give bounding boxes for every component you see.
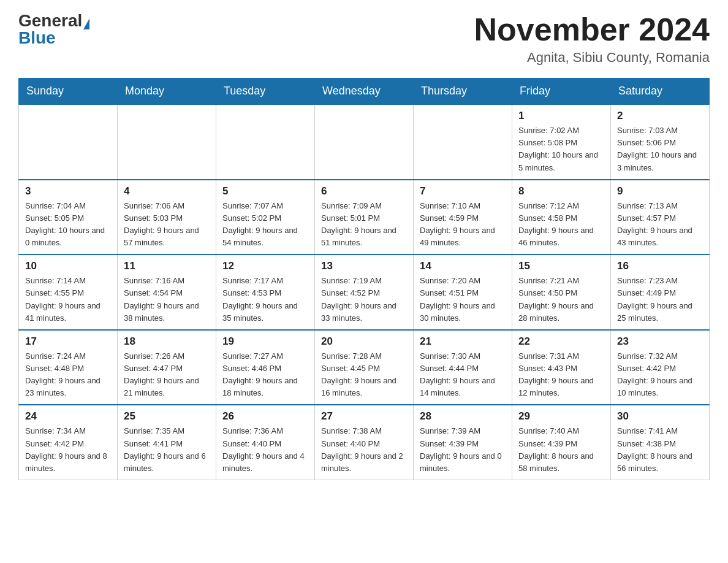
day-info: Sunrise: 7:23 AMSunset: 4:49 PMDaylight:… bbox=[617, 275, 703, 324]
week-row-1: 3Sunrise: 7:04 AMSunset: 5:05 PMDaylight… bbox=[19, 180, 710, 255]
calendar-table: SundayMondayTuesdayWednesdayThursdayFrid… bbox=[18, 78, 710, 480]
day-cell: 21Sunrise: 7:30 AMSunset: 4:44 PMDayligh… bbox=[414, 330, 512, 405]
day-number: 24 bbox=[25, 410, 111, 423]
day-number: 20 bbox=[321, 335, 407, 348]
day-cell: 17Sunrise: 7:24 AMSunset: 4:48 PMDayligh… bbox=[19, 330, 118, 405]
month-title: November 2024 bbox=[474, 12, 710, 47]
calendar-header-row: SundayMondayTuesdayWednesdayThursdayFrid… bbox=[19, 79, 710, 105]
week-row-0: 1Sunrise: 7:02 AMSunset: 5:08 PMDaylight… bbox=[19, 104, 710, 180]
day-number: 9 bbox=[617, 185, 703, 197]
day-cell: 23Sunrise: 7:32 AMSunset: 4:42 PMDayligh… bbox=[611, 330, 710, 405]
header-friday: Friday bbox=[512, 79, 611, 105]
logo-triangle-icon bbox=[83, 18, 89, 29]
header-thursday: Thursday bbox=[414, 79, 512, 105]
day-number: 5 bbox=[222, 185, 308, 197]
day-number: 18 bbox=[124, 335, 210, 348]
day-number: 7 bbox=[420, 185, 506, 197]
day-cell: 29Sunrise: 7:40 AMSunset: 4:39 PMDayligh… bbox=[512, 405, 611, 480]
day-cell: 24Sunrise: 7:34 AMSunset: 4:42 PMDayligh… bbox=[19, 405, 118, 480]
logo-top: General bbox=[18, 12, 89, 29]
day-number: 28 bbox=[420, 410, 506, 423]
day-info: Sunrise: 7:06 AMSunset: 5:03 PMDaylight:… bbox=[124, 200, 210, 250]
day-number: 3 bbox=[25, 185, 111, 197]
day-number: 16 bbox=[617, 260, 703, 272]
day-info: Sunrise: 7:13 AMSunset: 4:57 PMDaylight:… bbox=[617, 200, 703, 250]
day-cell bbox=[118, 104, 216, 180]
day-info: Sunrise: 7:14 AMSunset: 4:55 PMDaylight:… bbox=[25, 275, 111, 324]
day-cell: 27Sunrise: 7:38 AMSunset: 4:40 PMDayligh… bbox=[315, 405, 414, 480]
day-info: Sunrise: 7:24 AMSunset: 4:48 PMDaylight:… bbox=[25, 350, 111, 400]
day-cell bbox=[19, 104, 118, 180]
day-info: Sunrise: 7:30 AMSunset: 4:44 PMDaylight:… bbox=[420, 350, 506, 400]
day-cell: 28Sunrise: 7:39 AMSunset: 4:39 PMDayligh… bbox=[414, 405, 512, 480]
header-saturday: Saturday bbox=[611, 79, 710, 105]
day-cell: 15Sunrise: 7:21 AMSunset: 4:50 PMDayligh… bbox=[512, 255, 611, 330]
day-cell: 26Sunrise: 7:36 AMSunset: 4:40 PMDayligh… bbox=[216, 405, 315, 480]
day-cell: 5Sunrise: 7:07 AMSunset: 5:02 PMDaylight… bbox=[216, 180, 315, 255]
day-info: Sunrise: 7:35 AMSunset: 4:41 PMDaylight:… bbox=[124, 425, 210, 475]
day-info: Sunrise: 7:28 AMSunset: 4:45 PMDaylight:… bbox=[321, 350, 407, 400]
day-cell: 7Sunrise: 7:10 AMSunset: 4:59 PMDaylight… bbox=[414, 180, 512, 255]
day-info: Sunrise: 7:41 AMSunset: 4:38 PMDaylight:… bbox=[617, 425, 703, 475]
day-cell: 18Sunrise: 7:26 AMSunset: 4:47 PMDayligh… bbox=[118, 330, 216, 405]
week-row-3: 17Sunrise: 7:24 AMSunset: 4:48 PMDayligh… bbox=[19, 330, 710, 405]
day-number: 27 bbox=[321, 410, 407, 423]
day-number: 25 bbox=[124, 410, 210, 423]
day-cell bbox=[315, 104, 414, 180]
day-cell: 4Sunrise: 7:06 AMSunset: 5:03 PMDaylight… bbox=[118, 180, 216, 255]
day-info: Sunrise: 7:39 AMSunset: 4:39 PMDaylight:… bbox=[420, 425, 506, 475]
week-row-4: 24Sunrise: 7:34 AMSunset: 4:42 PMDayligh… bbox=[19, 405, 710, 480]
day-number: 14 bbox=[420, 260, 506, 272]
logo-blue-text: Blue bbox=[18, 28, 56, 47]
day-cell: 22Sunrise: 7:31 AMSunset: 4:43 PMDayligh… bbox=[512, 330, 611, 405]
day-number: 2 bbox=[617, 110, 703, 122]
day-info: Sunrise: 7:12 AMSunset: 4:58 PMDaylight:… bbox=[518, 200, 604, 250]
day-number: 4 bbox=[124, 185, 210, 197]
day-cell: 10Sunrise: 7:14 AMSunset: 4:55 PMDayligh… bbox=[19, 255, 118, 330]
day-info: Sunrise: 7:36 AMSunset: 4:40 PMDaylight:… bbox=[222, 425, 308, 475]
logo-general-text: General bbox=[18, 11, 82, 30]
day-cell: 9Sunrise: 7:13 AMSunset: 4:57 PMDaylight… bbox=[611, 180, 710, 255]
day-info: Sunrise: 7:09 AMSunset: 5:01 PMDaylight:… bbox=[321, 200, 407, 250]
location: Agnita, Sibiu County, Romania bbox=[474, 50, 710, 66]
day-info: Sunrise: 7:04 AMSunset: 5:05 PMDaylight:… bbox=[25, 200, 111, 250]
day-cell: 11Sunrise: 7:16 AMSunset: 4:54 PMDayligh… bbox=[118, 255, 216, 330]
day-number: 10 bbox=[25, 260, 111, 272]
day-number: 22 bbox=[518, 335, 604, 348]
day-cell: 6Sunrise: 7:09 AMSunset: 5:01 PMDaylight… bbox=[315, 180, 414, 255]
day-number: 15 bbox=[518, 260, 604, 272]
day-number: 8 bbox=[518, 185, 604, 197]
day-info: Sunrise: 7:02 AMSunset: 5:08 PMDaylight:… bbox=[518, 124, 604, 174]
day-cell: 20Sunrise: 7:28 AMSunset: 4:45 PMDayligh… bbox=[315, 330, 414, 405]
day-number: 13 bbox=[321, 260, 407, 272]
day-number: 6 bbox=[321, 185, 407, 197]
day-cell: 16Sunrise: 7:23 AMSunset: 4:49 PMDayligh… bbox=[611, 255, 710, 330]
day-cell bbox=[216, 104, 315, 180]
header-wednesday: Wednesday bbox=[315, 79, 414, 105]
header-sunday: Sunday bbox=[19, 79, 118, 105]
day-info: Sunrise: 7:21 AMSunset: 4:50 PMDaylight:… bbox=[518, 275, 604, 324]
day-info: Sunrise: 7:27 AMSunset: 4:46 PMDaylight:… bbox=[222, 350, 308, 400]
day-info: Sunrise: 7:16 AMSunset: 4:54 PMDaylight:… bbox=[124, 275, 210, 324]
day-cell: 12Sunrise: 7:17 AMSunset: 4:53 PMDayligh… bbox=[216, 255, 315, 330]
day-number: 17 bbox=[25, 335, 111, 348]
day-cell: 30Sunrise: 7:41 AMSunset: 4:38 PMDayligh… bbox=[611, 405, 710, 480]
day-number: 26 bbox=[222, 410, 308, 423]
day-cell: 8Sunrise: 7:12 AMSunset: 4:58 PMDaylight… bbox=[512, 180, 611, 255]
header-monday: Monday bbox=[118, 79, 216, 105]
day-info: Sunrise: 7:19 AMSunset: 4:52 PMDaylight:… bbox=[321, 275, 407, 324]
day-number: 19 bbox=[222, 335, 308, 348]
day-info: Sunrise: 7:31 AMSunset: 4:43 PMDaylight:… bbox=[518, 350, 604, 400]
day-cell bbox=[414, 104, 512, 180]
day-cell: 2Sunrise: 7:03 AMSunset: 5:06 PMDaylight… bbox=[611, 104, 710, 180]
day-info: Sunrise: 7:32 AMSunset: 4:42 PMDaylight:… bbox=[617, 350, 703, 400]
day-number: 21 bbox=[420, 335, 506, 348]
header-tuesday: Tuesday bbox=[216, 79, 315, 105]
day-info: Sunrise: 7:10 AMSunset: 4:59 PMDaylight:… bbox=[420, 200, 506, 250]
page-header: General Blue November 2024 Agnita, Sibiu… bbox=[18, 12, 710, 66]
day-cell: 13Sunrise: 7:19 AMSunset: 4:52 PMDayligh… bbox=[315, 255, 414, 330]
logo: General Blue bbox=[18, 12, 89, 47]
day-number: 29 bbox=[518, 410, 604, 423]
day-info: Sunrise: 7:07 AMSunset: 5:02 PMDaylight:… bbox=[222, 200, 308, 250]
week-row-2: 10Sunrise: 7:14 AMSunset: 4:55 PMDayligh… bbox=[19, 255, 710, 330]
